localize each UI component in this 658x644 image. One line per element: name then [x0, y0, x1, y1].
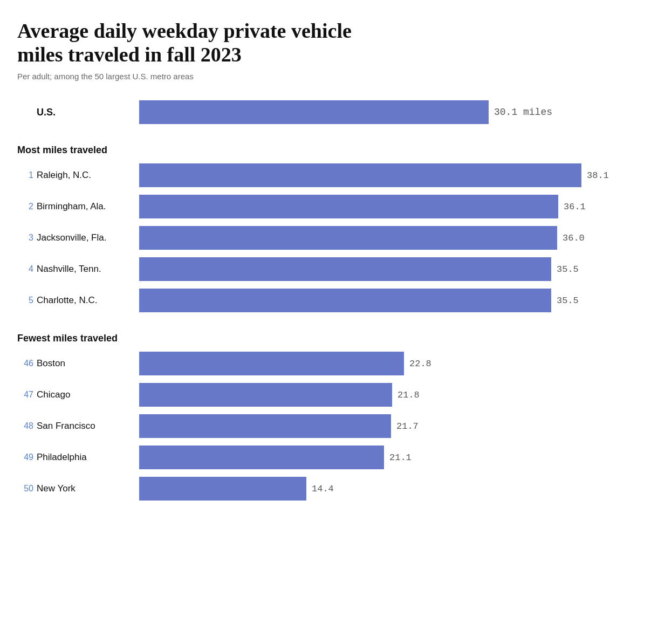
bar-row: 5Charlotte, N.C.35.5 [17, 286, 641, 314]
row-name: Boston [37, 358, 139, 369]
chart-title: Average daily weekday private vehicle mi… [17, 19, 395, 66]
bar-container: 21.8 [139, 383, 641, 407]
us-value: 30.1 miles [494, 107, 552, 118]
row-rank: 4 [17, 264, 37, 274]
row-name: Jacksonville, Fla. [37, 232, 139, 243]
bar [139, 163, 581, 187]
bar-container: 35.5 [139, 257, 641, 281]
bar-row: 49Philadelphia21.1 [17, 443, 641, 471]
bar-value: 38.1 [587, 170, 609, 181]
bar-value: 21.8 [397, 390, 420, 400]
row-name: Raleigh, N.C. [37, 170, 139, 181]
us-bar-container: 30.1 miles [139, 100, 641, 124]
bar-row: 3Jacksonville, Fla.36.0 [17, 224, 641, 252]
bar [139, 226, 557, 250]
bar [139, 352, 404, 375]
bar-container: 21.7 [139, 414, 641, 438]
row-rank: 1 [17, 170, 37, 180]
us-bar [139, 100, 489, 124]
row-name: Philadelphia [37, 452, 139, 463]
bar-value: 14.4 [312, 484, 334, 494]
row-name: New York [37, 483, 139, 494]
bar [139, 195, 558, 218]
bar [139, 446, 384, 469]
bar-value: 35.5 [557, 264, 579, 275]
bar-value: 36.1 [564, 202, 586, 212]
bar [139, 414, 391, 438]
bar-row: 47Chicago21.8 [17, 381, 641, 409]
row-name: Birmingham, Ala. [37, 201, 139, 212]
row-rank: 48 [17, 421, 37, 431]
row-rank: 49 [17, 453, 37, 462]
bar-container: 36.0 [139, 226, 641, 250]
us-label: U.S. [37, 107, 139, 118]
bar-container: 14.4 [139, 477, 641, 501]
row-name: Charlotte, N.C. [37, 295, 139, 306]
bar [139, 383, 392, 407]
bar-value: 22.8 [409, 359, 431, 369]
bar-row: 50New York14.4 [17, 475, 641, 503]
row-name: Chicago [37, 389, 139, 400]
bar [139, 477, 306, 501]
bar-container: 36.1 [139, 195, 641, 218]
bar-container: 22.8 [139, 352, 641, 375]
row-rank: 46 [17, 359, 37, 368]
row-name: Nashville, Tenn. [37, 264, 139, 275]
bar-row: 1Raleigh, N.C.38.1 [17, 161, 641, 189]
row-rank: 47 [17, 390, 37, 400]
row-rank: 5 [17, 296, 37, 305]
bar-row: 46Boston22.8 [17, 350, 641, 378]
bar-row: 4Nashville, Tenn.35.5 [17, 255, 641, 283]
bar-container: 35.5 [139, 289, 641, 312]
bar-container: 38.1 [139, 163, 641, 187]
most-section-label: Most miles traveled [17, 145, 641, 156]
bar-row: 48San Francisco21.7 [17, 412, 641, 440]
bar-container: 21.1 [139, 446, 641, 469]
bar [139, 257, 551, 281]
fewest-section-label: Fewest miles traveled [17, 333, 641, 344]
us-average-row: U.S. 30.1 miles [17, 98, 641, 126]
bar-value: 21.7 [396, 421, 419, 431]
row-name: San Francisco [37, 421, 139, 431]
chart-subtitle: Per adult; among the 50 largest U.S. met… [17, 72, 641, 81]
row-rank: 3 [17, 233, 37, 243]
row-rank: 50 [17, 484, 37, 494]
bar [139, 289, 551, 312]
bar-value: 35.5 [557, 296, 579, 306]
bar-row: 2Birmingham, Ala.36.1 [17, 193, 641, 221]
most-rows: 1Raleigh, N.C.38.12Birmingham, Ala.36.13… [17, 161, 641, 314]
row-rank: 2 [17, 202, 37, 211]
bar-value: 21.1 [389, 453, 412, 463]
bar-value: 36.0 [563, 233, 585, 243]
fewest-rows: 46Boston22.847Chicago21.848San Francisco… [17, 350, 641, 503]
